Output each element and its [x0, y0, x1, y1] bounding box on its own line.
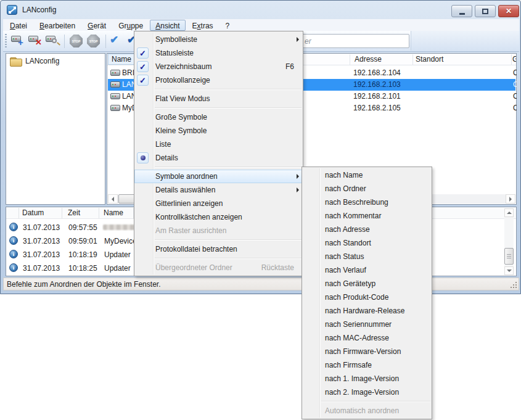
- toolbar-separator: [105, 35, 106, 48]
- checkmark-icon: ✓: [139, 62, 146, 72]
- submenu-item-nach-2-image-version[interactable]: nach 2. Image-Version: [302, 385, 432, 399]
- info-icon: i: [9, 250, 18, 258]
- submenu-item-nach-kommentar[interactable]: nach Kommentar: [302, 209, 432, 223]
- close-icon: ✕: [506, 7, 512, 15]
- menu-item-verzeichnisbaum[interactable]: ✓VerzeichnisbaumF6: [134, 60, 303, 73]
- scroll-right-button[interactable]: [506, 194, 515, 204]
- toolbar-separator: [64, 35, 65, 48]
- stop-icon: STOP: [70, 35, 83, 47]
- submenu-arrow-icon: [297, 37, 299, 42]
- submenu-item-nach-produkt-code[interactable]: nach Produkt-Code: [302, 290, 432, 304]
- tree-item-label: LANconfig: [25, 57, 59, 65]
- menu-item-grosse-symbole[interactable]: Große Symbole: [134, 110, 303, 124]
- close-button[interactable]: ✕: [498, 5, 519, 17]
- stop-button-1[interactable]: STOP: [68, 33, 84, 49]
- submenu-item-nach-ordner[interactable]: nach Ordner: [302, 182, 432, 196]
- menu-item-protokollanzeige[interactable]: ✓Protokollanzeige: [134, 73, 303, 87]
- menu-help[interactable]: ?: [220, 20, 236, 31]
- column-header-clipped[interactable]: G: [512, 55, 516, 65]
- column-header-name[interactable]: Name: [104, 208, 123, 217]
- menu-item-kontrollkaestchen-anzeigen[interactable]: Kontrollkästchen anzeigen: [134, 210, 303, 224]
- toolbar-grip[interactable]: [5, 34, 7, 49]
- submenu-item-nach-adresse[interactable]: nach Adresse: [302, 223, 432, 236]
- submenu-item-nach-seriennummer[interactable]: nach Seriennummer: [302, 318, 432, 331]
- redacted-name: [103, 224, 136, 230]
- submenu-item-nach-firmsafe[interactable]: nach Firmsafe: [302, 358, 432, 372]
- maximize-button[interactable]: [475, 5, 496, 17]
- menu-item-protokolldatei-betrachten[interactable]: Protokolldatei betrachten: [134, 242, 303, 256]
- menu-item-statusleiste[interactable]: ✓Statusleiste: [134, 46, 303, 60]
- device-icon: [110, 93, 120, 99]
- device-delete-button[interactable]: ✕: [27, 33, 43, 49]
- info-icon: i: [9, 236, 18, 245]
- submenu-item-nach-firmware-version[interactable]: nach Firmware-Version: [302, 345, 432, 358]
- menu-gruppe[interactable]: Gruppe: [113, 20, 149, 31]
- scrollbar-thumb[interactable]: [504, 248, 514, 265]
- status-text: Befehle zum Anordnen der Objekte im Fens…: [7, 280, 160, 289]
- menu-separator: [321, 399, 432, 404]
- check-icon: ✔: [110, 34, 118, 46]
- menu-item-liste[interactable]: Liste: [134, 138, 303, 151]
- submenu-item-nach-hardware-release[interactable]: nach Hardware-Release: [302, 304, 432, 318]
- check-box: ✓: [137, 47, 149, 59]
- submenu-item-nach-name[interactable]: nach Name: [302, 168, 432, 182]
- menu-item-flat-view-modus[interactable]: Flat View Modus: [134, 92, 303, 105]
- menu-separator: [155, 165, 303, 170]
- column-divider[interactable]: [62, 208, 62, 218]
- resize-grip[interactable]: [510, 281, 517, 289]
- radio-box: [137, 152, 149, 163]
- device-add-button[interactable]: +: [10, 33, 26, 49]
- column-header-zeit[interactable]: Zeit: [68, 208, 80, 217]
- scroll-left-button[interactable]: [108, 194, 118, 204]
- arrow-left-icon: [112, 197, 114, 202]
- plus-icon: +: [18, 37, 23, 47]
- menu-ansicht[interactable]: Ansicht: [150, 20, 185, 31]
- submenu-item-nach-standort[interactable]: nach Standort: [302, 236, 432, 250]
- menu-item-details[interactable]: Details: [134, 151, 303, 165]
- menu-extras[interactable]: Extras: [187, 20, 219, 31]
- submenu-arrow-icon: [297, 174, 299, 179]
- menu-item-gitterlinien-anzeigen[interactable]: Gitterlinien anzeigen: [134, 197, 303, 210]
- column-divider[interactable]: [412, 54, 413, 65]
- menu-item-details-auswaehlen[interactable]: Details auswählen: [134, 183, 303, 197]
- menu-separator: [155, 87, 303, 92]
- column-divider[interactable]: [99, 208, 99, 218]
- toolbar-right-area: [411, 31, 519, 51]
- statusbar: Befehle zum Anordnen der Objekte im Fens…: [3, 278, 519, 290]
- vertical-scrollbar[interactable]: [504, 208, 514, 275]
- check-box: ✓: [137, 75, 149, 86]
- submenu-item-nach-beschreibung[interactable]: nach Beschreibung: [302, 196, 432, 209]
- column-header-datum[interactable]: Datum: [22, 208, 44, 217]
- submenu-item-nach-verlauf[interactable]: nach Verlauf: [302, 263, 432, 277]
- check-config-button[interactable]: ✔: [110, 33, 126, 49]
- submenu-item-nach-status[interactable]: nach Status: [302, 250, 432, 263]
- column-divider[interactable]: [350, 54, 350, 65]
- menu-item-symbolleiste[interactable]: Symbolleiste: [134, 33, 303, 46]
- device-find-button[interactable]: [44, 33, 60, 49]
- menu-item-am-raster-ausrichten: Am Raster ausrichten: [134, 224, 303, 237]
- submenu-item-nach-mac-adresse[interactable]: nach MAC-Adresse: [302, 331, 432, 345]
- arrow-up-icon: [507, 212, 512, 214]
- column-divider[interactable]: [511, 54, 512, 65]
- radio-icon: [141, 155, 146, 160]
- column-header-adresse[interactable]: Adresse: [355, 55, 382, 64]
- titlebar[interactable]: LANconfig ✕: [1, 1, 520, 19]
- menu-datei[interactable]: Datei: [4, 20, 33, 31]
- scroll-up-button[interactable]: [504, 208, 514, 217]
- menu-geraet[interactable]: Gerät: [82, 20, 112, 31]
- menu-bearbeiten[interactable]: Bearbeiten: [34, 20, 81, 31]
- menu-item-symbole-anordnen[interactable]: Symbole anordnen: [134, 170, 303, 183]
- column-header-name[interactable]: Name: [108, 54, 136, 65]
- submenu-item-nach-geraetetyp[interactable]: nach Gerätetyp: [302, 277, 432, 290]
- column-divider[interactable]: [18, 208, 19, 218]
- tree-item-lanconfig[interactable]: LANconfig: [10, 57, 59, 65]
- scroll-down-button[interactable]: [504, 266, 514, 275]
- app-icon: [7, 5, 17, 15]
- menu-item-kleine-symbole[interactable]: Kleine Symbole: [134, 124, 303, 138]
- stop-button-2[interactable]: STOP: [86, 33, 102, 49]
- column-header-standort[interactable]: Standort: [416, 55, 443, 64]
- magnifier-icon: [52, 38, 57, 43]
- checkmark-icon: ✓: [139, 76, 146, 85]
- minimize-button[interactable]: [451, 5, 472, 17]
- submenu-item-nach-1-image-version[interactable]: nach 1. Image-Version: [302, 372, 432, 385]
